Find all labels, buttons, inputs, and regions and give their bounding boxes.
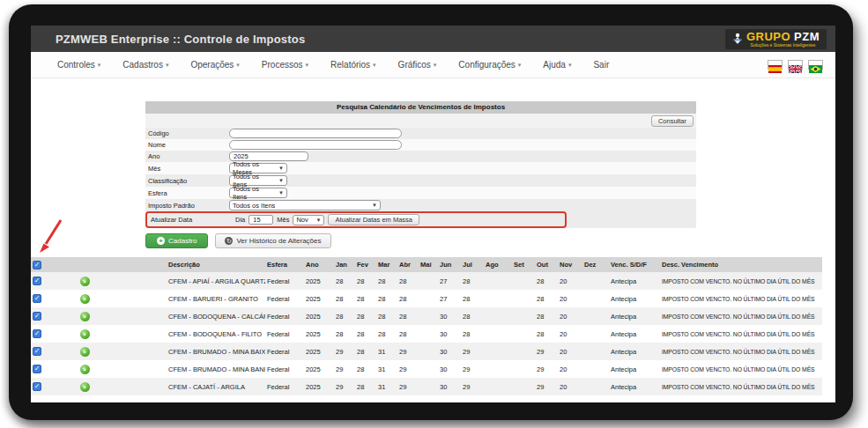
cell-jul: 28 <box>461 272 484 290</box>
cell-dez <box>582 307 609 325</box>
imposto-padrao-select[interactable]: Todos os Itens▼ <box>229 200 381 210</box>
cell-jun: 30 <box>438 360 461 378</box>
table-row: ✓➜CFEM - APIAÍ - ARGILA QUARTZITOFederal… <box>31 272 822 290</box>
cell-ano: 2025 <box>304 307 334 325</box>
cell-ano: 2025 <box>304 290 334 307</box>
flag-spain-icon[interactable] <box>768 60 783 70</box>
field-label-imposto-padrao: Imposto Padrão <box>148 202 229 210</box>
dia-input[interactable] <box>249 215 273 225</box>
open-record-icon[interactable]: ➜ <box>80 365 90 374</box>
cell-venc-s-d-f: Antecipa <box>609 325 660 343</box>
table-header-row: ✓DescriçãoEsferaAnoJanFevMarAbrMaiJunJul… <box>31 257 822 272</box>
row-checkbox[interactable]: ✓ <box>33 312 41 321</box>
cell-mai <box>419 307 438 325</box>
logo-pzm-text: PZM <box>794 30 820 43</box>
cell-jun: 30 <box>438 307 461 325</box>
cell-esfera: Federal <box>265 307 304 325</box>
row-checkbox[interactable]: ✓ <box>33 347 41 356</box>
flag-uk-icon[interactable] <box>788 60 803 70</box>
cell-dez <box>582 378 609 395</box>
cell-dez <box>582 325 609 343</box>
mes-select[interactable]: Nov ▼ <box>293 215 324 225</box>
cadastro-button[interactable]: + Cadastro <box>145 233 208 248</box>
logo-text: GRUPOPZM Soluções e Sistemas Inteligente… <box>746 31 820 48</box>
flag-brazil-icon[interactable] <box>808 60 823 70</box>
cell-mai <box>419 325 438 343</box>
row-checkbox[interactable]: ✓ <box>33 382 41 391</box>
cell-desc-vencimento: IMPOSTO COM VENCTO. NO ÚLTIMO DIA ÚTIL D… <box>660 272 822 290</box>
row-checkbox[interactable]: ✓ <box>33 294 41 303</box>
column-header-dez: Dez <box>582 257 609 272</box>
menu-item-controles[interactable]: Controles▾ <box>57 60 100 70</box>
consultar-button[interactable]: Consultar <box>651 115 694 127</box>
cell-nov: 20 <box>558 378 582 395</box>
select-all-checkbox[interactable]: ✓ <box>33 261 41 269</box>
cell-esfera: Federal <box>265 290 304 307</box>
column-header-jul: Jul <box>461 257 484 272</box>
menubar: Controles▾Cadastros▾Operações▾Processos▾… <box>31 52 835 78</box>
open-record-icon[interactable]: ➜ <box>80 294 90 304</box>
column-header-out: Out <box>535 257 558 272</box>
atualizar-massa-button[interactable]: Atualizar Datas em Massa <box>328 214 419 225</box>
codigo-input[interactable] <box>229 129 402 138</box>
menu-item-ajuda[interactable]: Ajuda▾ <box>543 60 571 70</box>
cell-descricao: CFEM - BODOQUENA - CALCÁRIO <box>115 307 265 325</box>
main-menu: Controles▾Cadastros▾Operações▾Processos▾… <box>57 60 609 70</box>
chevron-down-icon: ▾ <box>568 62 572 68</box>
cell-fev: 28 <box>355 325 376 343</box>
column-header-nov: Nov <box>558 257 582 272</box>
chevron-down-icon: ▼ <box>278 178 284 183</box>
open-record-icon[interactable]: ➜ <box>80 329 90 339</box>
cell-out: 29 <box>535 378 558 395</box>
menu-item-sair[interactable]: Sair <box>593 60 609 70</box>
open-record-icon[interactable]: ➜ <box>80 277 90 286</box>
cell-abr: 29 <box>397 378 419 395</box>
mes-select-value: Nov <box>296 216 308 224</box>
cell-set <box>512 307 535 325</box>
field-label-mes: Mês <box>148 165 229 173</box>
cell-descricao: CFEM - BRUMADO - MINA BAIXA GRANDE - ARG… <box>115 343 265 360</box>
open-record-icon[interactable]: ➜ <box>80 347 90 357</box>
dia-label: Dia <box>235 216 245 224</box>
imposto-padrao-select-value: Todos os Itens <box>233 202 275 210</box>
history-icon: ↻ <box>225 237 233 245</box>
menu-item-cadastros[interactable]: Cadastros▾ <box>122 60 168 70</box>
cell-dez <box>582 360 609 378</box>
menu-item-configuracoes[interactable]: Configurações▾ <box>458 60 521 70</box>
field-label-ano: Ano <box>148 152 229 160</box>
cell-descricao: CFEM - BARUERI - GRANITO <box>115 290 265 307</box>
historico-button[interactable]: ↻ Ver Histórico de Alterações <box>215 233 330 248</box>
row-checkbox[interactable]: ✓ <box>33 277 41 285</box>
row-checkbox[interactable]: ✓ <box>33 365 41 373</box>
cell-mar: 28 <box>376 325 397 343</box>
menu-item-graficos[interactable]: Gráficos▾ <box>398 60 437 70</box>
open-record-icon[interactable]: ➜ <box>80 382 90 392</box>
menu-item-operacoes[interactable]: Operações▾ <box>190 60 239 70</box>
cell-mar: 28 <box>376 272 397 290</box>
row-action-cell: ➜ <box>54 343 115 360</box>
brand-logo: GRUPOPZM Soluções e Sistemas Inteligente… <box>725 29 827 49</box>
row-action-cell: ➜ <box>54 325 115 343</box>
cell-jul: 28 <box>461 290 484 307</box>
field-label-classificacao: Classificação <box>148 177 229 185</box>
row-checkbox[interactable]: ✓ <box>33 329 41 338</box>
cadastro-label: Cadastro <box>168 237 197 245</box>
mes-label: Mês <box>277 216 289 224</box>
menu-item-processos[interactable]: Processos▾ <box>262 60 308 70</box>
historico-label: Ver Histórico de Alterações <box>236 237 321 245</box>
open-record-icon[interactable]: ➜ <box>80 312 90 321</box>
arrow-glyph: ➜ <box>81 277 88 284</box>
nome-input[interactable] <box>229 140 402 150</box>
cell-fev: 28 <box>355 360 376 378</box>
column-header-abr: Abr <box>397 257 419 272</box>
menu-item-relatorios[interactable]: Relatórios▾ <box>330 60 376 70</box>
cell-esfera: Federal <box>265 378 304 395</box>
column-header-desc-vencimento: Desc. Vencimento <box>660 257 822 272</box>
cell-set <box>512 343 535 360</box>
cell-descricao: CFEM - CAJATÍ - ARGILA <box>115 378 265 395</box>
cell-jan: 28 <box>334 307 355 325</box>
esfera-select[interactable]: Todos os Itens▼ <box>229 188 287 198</box>
cell-out: 29 <box>535 343 558 360</box>
table-row: ✓➜CFEM - BODOQUENA - FILITOFederal202528… <box>31 325 822 343</box>
cell-set <box>512 290 535 307</box>
